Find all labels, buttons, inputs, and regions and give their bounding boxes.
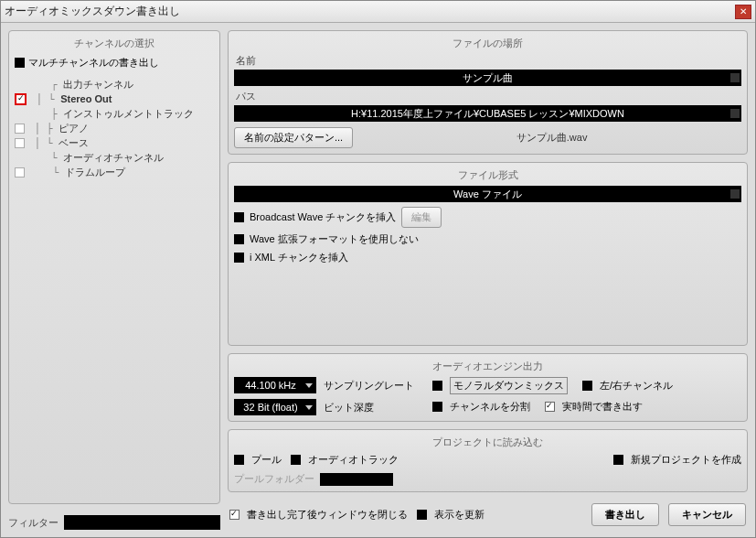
filter-input[interactable] [64,515,220,530]
mono-downmix-label: モノラルダウンミックス [450,377,568,394]
name-pattern-button[interactable]: 名前の設定パターン... [234,127,353,148]
tree-instrument-track[interactable]: インストゥルメントトラック [63,107,194,121]
lr-channel-label: 左/右チャンネル [600,379,673,393]
split-channel-checkbox[interactable] [432,402,442,412]
bit-depth-value: 32 Bit (float) [243,402,297,413]
update-display-checkbox[interactable] [417,510,427,520]
sample-rate-value: 44.100 kHz [245,380,296,391]
pool-label: プール [251,453,282,467]
name-dropdown-icon[interactable] [730,73,740,82]
tree-stereo-out[interactable]: Stereo Out [60,93,112,104]
multi-export-checkbox[interactable] [15,58,25,68]
bit-depth-dropdown[interactable]: 32 Bit (float) [234,399,316,415]
path-label: パス [236,90,741,103]
path-value: H:¥11.2015年度上ファイル¥CUBASE5 レッスン¥MIXDOWN [351,108,624,119]
realtime-checkbox[interactable] [545,402,555,412]
wave-ext-label: Wave 拡張フォーマットを使用しない [250,232,419,246]
file-format-title: ファイル形式 [234,168,741,182]
file-type-value: Wave ファイル [453,188,522,199]
audio-track-label: オーディオトラック [308,453,399,467]
ixml-label: i XML チャンクを挿入 [250,251,348,264]
file-location-title: ファイルの場所 [234,37,741,50]
audio-engine-panel: オーディオエンジン出力 44.100 kHz サンプリングレート 32 Bit … [228,353,748,422]
close-after-label: 書き出し完了後ウィンドウを閉じる [247,508,408,522]
lr-channel-checkbox[interactable] [582,381,592,391]
channel-tree: ┌ 出力チャンネル │ └ Stereo Out ├ インストゥルメントトラック… [15,77,214,498]
new-project-checkbox[interactable] [613,455,623,465]
close-button[interactable]: ✕ [735,5,751,19]
window-title: オーディオミックスダウン書き出し [5,4,735,19]
filter-label: フィルター [8,516,59,530]
name-field[interactable]: サンプル曲 [234,70,741,86]
broadcast-wave-label: Broadcast Wave チャンクを挿入 [250,210,396,224]
cancel-button[interactable]: キャンセル [668,503,746,526]
tree-output-channel[interactable]: 出力チャンネル [63,78,133,91]
sample-rate-dropdown[interactable]: 44.100 kHz [234,377,316,393]
pool-checkbox[interactable] [234,455,244,465]
path-dropdown-icon[interactable] [730,109,740,118]
tree-bass[interactable]: ベース [59,136,89,150]
channel-select-panel: チャンネルの選択 マルチチャンネルの書き出し ┌ 出力チャンネル │ └ Ste… [8,30,220,504]
drumloop-checkbox[interactable] [15,167,25,178]
new-project-label: 新規プロジェクトを作成 [631,453,741,467]
pool-folder-label: プールフォルダー [234,472,314,486]
mono-downmix-checkbox[interactable] [432,381,442,391]
stereo-out-checkbox[interactable] [15,93,27,105]
pool-folder-field[interactable] [320,473,393,486]
file-type-dropdown[interactable]: Wave ファイル [234,186,741,202]
export-button[interactable]: 書き出し [591,503,659,526]
realtime-label: 実時間で書き出す [562,400,643,414]
filetype-dropdown-icon[interactable] [730,189,740,199]
piano-checkbox[interactable] [15,124,25,134]
ixml-checkbox[interactable] [234,253,244,263]
tree-piano[interactable]: ピアノ [59,122,89,135]
sample-rate-label: サンプリングレート [324,379,414,393]
name-value: サンプル曲 [463,72,513,83]
bass-checkbox[interactable] [15,138,25,148]
output-filename: サンプル曲.wav [362,131,741,145]
tree-drum-loop[interactable]: ドラムループ [65,166,125,179]
split-channel-label: チャンネルを分割 [450,400,530,414]
edit-button[interactable]: 編集 [401,207,442,228]
titlebar: オーディオミックスダウン書き出し ✕ [1,1,755,23]
wave-ext-checkbox[interactable] [234,234,244,244]
update-display-label: 表示を更新 [434,508,484,522]
file-location-panel: ファイルの場所 名前 サンプル曲 パス H:¥11.2015年度上ファイル¥CU… [228,30,748,155]
bit-depth-label: ビット深度 [324,401,374,414]
audio-track-checkbox[interactable] [291,455,301,465]
import-project-title: プロジェクトに読み込む [234,436,741,449]
file-format-panel: ファイル形式 Wave ファイル Broadcast Wave チャンクを挿入 … [228,162,748,346]
broadcast-wave-checkbox[interactable] [234,212,244,222]
bottom-bar: 書き出し完了後ウィンドウを閉じる 表示を更新 書き出し キャンセル [228,500,748,530]
multi-export-label: マルチチャンネルの書き出し [28,56,159,70]
import-project-panel: プロジェクトに読み込む プール オーディオトラック 新規プロジェクトを作成 プー… [228,429,748,492]
channel-panel-title: チャンネルの選択 [15,37,214,50]
name-label: 名前 [236,54,741,68]
tree-audio-channel[interactable]: オーディオチャンネル [63,151,164,165]
audio-engine-title: オーディオエンジン出力 [234,360,741,373]
path-field[interactable]: H:¥11.2015年度上ファイル¥CUBASE5 レッスン¥MIXDOWN [234,105,741,122]
close-after-checkbox[interactable] [229,510,240,520]
